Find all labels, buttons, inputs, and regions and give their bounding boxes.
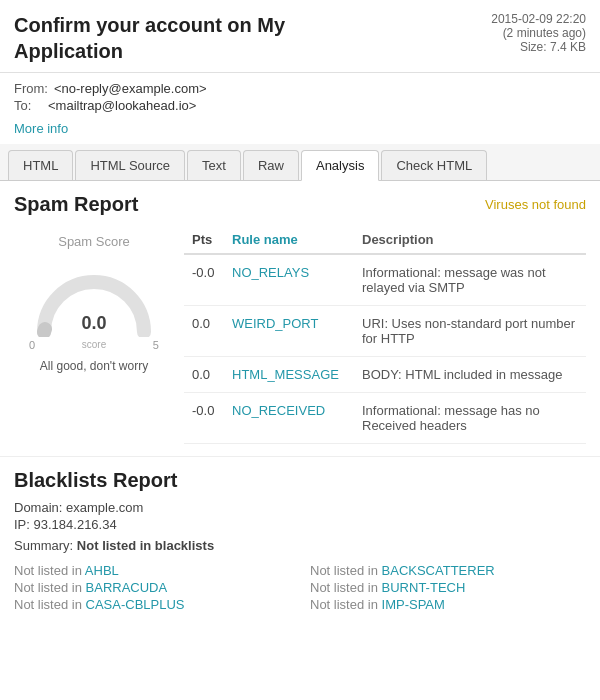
domain-label: Domain: — [14, 500, 62, 515]
table-row: -0.0 NO_RELAYS Informational: message wa… — [184, 254, 586, 306]
gauge-max: 5 — [153, 339, 159, 351]
rule-pts: 0.0 — [184, 357, 224, 393]
ip-label: IP: — [14, 517, 30, 532]
to-value: <mailtrap@lookahead.io> — [48, 98, 196, 113]
blacklist-not-listed: Not listed in — [310, 563, 382, 578]
blacklist-summary: Summary: Not listed in blacklists — [14, 538, 586, 553]
rule-name-link[interactable]: NO_RECEIVED — [224, 393, 354, 444]
gauge-min: 0 — [29, 339, 35, 351]
spam-body: Spam Score 0.0 0 score 5 All good, don't… — [14, 226, 586, 444]
blacklist-not-listed: Not listed in — [310, 597, 382, 612]
gauge-ticks: 0 score 5 — [29, 339, 159, 351]
table-row: 0.0 HTML_MESSAGE BODY: HTML included in … — [184, 357, 586, 393]
from-value: <no-reply@example.com> — [54, 81, 207, 96]
to-label: To: — [14, 98, 42, 113]
table-row: -0.0 NO_RECEIVED Informational: message … — [184, 393, 586, 444]
more-info-link[interactable]: More info — [0, 119, 600, 144]
email-header: Confirm your account on My Application 2… — [0, 0, 600, 73]
domain-value: example.com — [66, 500, 143, 515]
rule-name-link[interactable]: WEIRD_PORT — [224, 306, 354, 357]
rule-name-link[interactable]: NO_RELAYS — [224, 254, 354, 306]
blacklist-ip: IP: 93.184.216.34 — [14, 517, 586, 532]
blacklist-link[interactable]: IMP-SPAM — [382, 597, 445, 612]
blacklist-not-listed: Not listed in — [310, 580, 382, 595]
email-time-ago: (2 minutes ago) — [491, 26, 586, 40]
spam-rules-table: Pts Rule name Description -0.0 NO_RELAYS… — [184, 226, 586, 444]
spam-report-title: Spam Report — [14, 193, 138, 216]
blacklist-link[interactable]: BACKSCATTERER — [382, 563, 495, 578]
blacklist-domain: Domain: example.com — [14, 500, 586, 515]
col-description: Description — [354, 226, 586, 254]
rule-description: URI: Uses non-standard port number for H… — [354, 306, 586, 357]
blacklist-link[interactable]: BARRACUDA — [86, 580, 168, 595]
spam-report-header: Spam Report Viruses not found — [14, 193, 586, 216]
email-subject: Confirm your account on My Application — [14, 12, 334, 64]
to-field: To: <mailtrap@lookahead.io> — [14, 98, 586, 113]
email-info: From: <no-reply@example.com> To: <mailtr… — [0, 73, 600, 119]
blacklist-link[interactable]: BURNT-TECH — [382, 580, 466, 595]
blacklist-item: Not listed in CASA-CBLPLUS — [14, 597, 290, 612]
blacklist-item: Not listed in AHBL — [14, 563, 290, 578]
blacklist-item: Not listed in BACKSCATTERER — [310, 563, 586, 578]
rule-pts: -0.0 — [184, 254, 224, 306]
table-row: 0.0 WEIRD_PORT URI: Uses non-standard po… — [184, 306, 586, 357]
col-pts: Pts — [184, 226, 224, 254]
all-good-message: All good, don't worry — [40, 359, 148, 373]
tab-html[interactable]: HTML — [8, 150, 73, 180]
rule-description: Informational: message was not relayed v… — [354, 254, 586, 306]
tab-raw[interactable]: Raw — [243, 150, 299, 180]
summary-prefix: Summary: — [14, 538, 73, 553]
blacklist-grid: Not listed in AHBLNot listed in BACKSCAT… — [14, 563, 586, 612]
rule-pts: -0.0 — [184, 393, 224, 444]
gauge-score-label: score — [82, 339, 106, 351]
summary-value: Not listed in blacklists — [77, 538, 214, 553]
virus-status: Viruses not found — [485, 197, 586, 212]
tab-html-source[interactable]: HTML Source — [75, 150, 185, 180]
rules-table: Pts Rule name Description -0.0 NO_RELAYS… — [184, 226, 586, 444]
from-label: From: — [14, 81, 48, 96]
blacklist-link[interactable]: AHBL — [85, 563, 119, 578]
blacklist-item: Not listed in BURNT-TECH — [310, 580, 586, 595]
from-field: From: <no-reply@example.com> — [14, 81, 586, 96]
blacklist-not-listed: Not listed in — [14, 563, 85, 578]
ip-value: 93.184.216.34 — [34, 517, 117, 532]
tab-analysis[interactable]: Analysis — [301, 150, 379, 181]
blacklist-item: Not listed in BARRACUDA — [14, 580, 290, 595]
main-content: Spam Report Viruses not found Spam Score… — [0, 181, 600, 622]
blacklist-item: Not listed in IMP-SPAM — [310, 597, 586, 612]
blacklist-not-listed: Not listed in — [14, 597, 86, 612]
gauge-section: Spam Score 0.0 0 score 5 All good, don't… — [14, 226, 174, 444]
tab-bar: HTML HTML Source Text Raw Analysis Check… — [0, 144, 600, 181]
email-meta: 2015-02-09 22:20 (2 minutes ago) Size: 7… — [491, 12, 586, 54]
tab-text[interactable]: Text — [187, 150, 241, 180]
blacklist-title: Blacklists Report — [14, 469, 586, 492]
spam-report-section: Spam Report Viruses not found Spam Score… — [0, 181, 600, 457]
blacklist-report-section: Blacklists Report Domain: example.com IP… — [0, 457, 600, 622]
rule-name-link[interactable]: HTML_MESSAGE — [224, 357, 354, 393]
col-rule-name: Rule name — [224, 226, 354, 254]
email-date: 2015-02-09 22:20 — [491, 12, 586, 26]
table-header-row: Pts Rule name Description — [184, 226, 586, 254]
blacklist-not-listed: Not listed in — [14, 580, 86, 595]
svg-text:0.0: 0.0 — [81, 313, 106, 333]
gauge-chart: 0.0 — [29, 257, 159, 337]
email-size: Size: 7.4 KB — [491, 40, 586, 54]
rule-description: Informational: message has no Received h… — [354, 393, 586, 444]
rule-pts: 0.0 — [184, 306, 224, 357]
tab-check-html[interactable]: Check HTML — [381, 150, 487, 180]
blacklist-link[interactable]: CASA-CBLPLUS — [86, 597, 185, 612]
rule-description: BODY: HTML included in message — [354, 357, 586, 393]
spam-score-label: Spam Score — [58, 234, 130, 249]
